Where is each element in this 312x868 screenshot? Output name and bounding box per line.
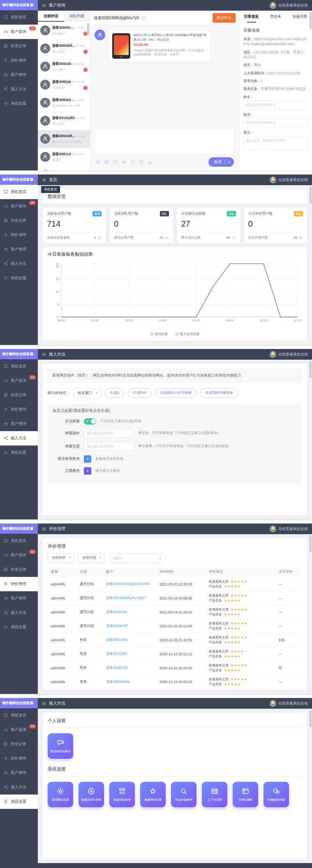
list-item[interactable]: 游客6082a6昨天 18:49 有bug吗?2	[38, 76, 90, 94]
send-button[interactable]: 发送 ∧	[208, 157, 234, 167]
tab-quick-replies[interactable]: 快捷回复	[288, 11, 312, 23]
sidebar-item-customers[interactable]: 客户管理	[0, 417, 38, 431]
tab-visitor-info[interactable]: 访客信息	[239, 11, 263, 23]
list-item[interactable]: 游客6081c4昨天 02:51 在哪里	[38, 148, 90, 166]
sidebar-item-access[interactable]: 接入方法	[0, 606, 38, 620]
user-box[interactable]: 在线客服系统在线	[270, 700, 308, 707]
theme-color-picker[interactable]: ∨	[84, 467, 91, 475]
sidebar-item-settings[interactable]: 系统设置	[0, 795, 38, 809]
list-item[interactable]: 游客6083def...4小时前 有bug吗?2	[38, 40, 90, 58]
sidebar-item-reviews[interactable]: 评价管理	[0, 577, 38, 591]
customer-link[interactable]: 游客601bf1bc	[106, 610, 159, 615]
sidebar-item-home[interactable]: 系统首页	[0, 359, 38, 374]
sidebar-item-history[interactable]: 历史记录	[0, 388, 38, 402]
list-item[interactable]: 游客6081c3昨天 02:51 有bug吗?	[38, 166, 90, 170]
list-item[interactable]: 游客608249f...4小时前 图片[MIUI/小米 小米...	[38, 130, 90, 148]
sidebar-item-history[interactable]: 历史记录	[0, 737, 38, 751]
sidebar-item-consult[interactable]: 客户咨询 14	[0, 723, 38, 737]
user-box[interactable]: 在线客服系统在线	[270, 177, 308, 183]
list-item[interactable]: 游客6082ab昨天 18:13 有bug吗?1	[38, 58, 90, 76]
settings-tile[interactable]: 客服微信对接	[263, 782, 289, 807]
menu-icon[interactable]	[42, 527, 46, 531]
user-box[interactable]: 在线客服系统在线	[270, 351, 308, 358]
customer-link[interactable]: 游客600ac0ef	[106, 624, 159, 629]
list-item[interactable]: 游客6013a2824小时前 有bug吗?	[38, 112, 90, 130]
send-file-icon[interactable]	[121, 159, 127, 165]
sidebar-item-history[interactable]: 历史记录	[0, 563, 38, 577]
tab-queue[interactable]: 排队列表	[64, 11, 90, 22]
generate-button[interactable]: 生成微信公众号链接	[155, 388, 196, 398]
generate-button[interactable]: 生成html	[128, 388, 151, 398]
sidebar-item-home[interactable]: 系统首页	[0, 708, 38, 723]
sidebar-item-settings[interactable]: 系统设置	[0, 96, 38, 111]
scrollbar-thumb[interactable]	[310, 535, 312, 553]
sidebar-item-customers[interactable]: 客户管理	[0, 68, 38, 82]
settings-tile[interactable]: 常见问题管理	[171, 782, 196, 807]
customer-link[interactable]: 游客5fd584ebe	[106, 680, 159, 684]
sidebar-item-consult[interactable]: 客户咨询 14	[0, 374, 38, 388]
sidebar-item-home[interactable]: 系统首页	[0, 185, 38, 199]
history-icon[interactable]	[139, 159, 144, 165]
scrollbar-thumb[interactable]	[310, 186, 312, 204]
generate-button[interactable]: 生成js	[105, 388, 124, 398]
transfer-icon[interactable]	[130, 159, 135, 165]
sidebar-item-history[interactable]: 历史记录	[0, 214, 38, 228]
sidebar-item-reviews[interactable]: 评价管理	[0, 53, 38, 68]
legend-item[interactable]: 接入会话总量	[176, 332, 200, 336]
sidebar-item-reviews[interactable]: 评价管理	[0, 402, 38, 417]
popup-toggle[interactable]: 开	[84, 418, 96, 425]
visitor-note-field[interactable]	[243, 136, 308, 150]
sidebar-item-customers[interactable]: 客户管理	[0, 591, 38, 606]
popup-width-field[interactable]	[84, 442, 134, 451]
list-item[interactable]: 游客60840c...1小时前 有bug吗?3	[38, 22, 90, 40]
stats-icon[interactable]	[147, 159, 153, 165]
settings-tile[interactable]: 首次对话问候语	[48, 733, 73, 759]
menu-icon[interactable]	[42, 178, 46, 182]
settings-tile[interactable]: 客服分组管理	[109, 782, 135, 807]
sidebar-item-reviews[interactable]: 评价管理	[0, 751, 38, 766]
legend-item[interactable]: 会话总量	[150, 332, 168, 336]
restart-chat-button[interactable]: 重启对话	[213, 13, 236, 23]
group-filter-select[interactable]: 全部分组	[78, 553, 105, 563]
sidebar-item-home[interactable]: 系统首页	[0, 534, 38, 548]
sidebar-item-consult[interactable]: 客户咨询 20	[0, 199, 38, 214]
product-card-message[interactable]: MIUI/小米 小米手机4 小米4代 MI4智能4G手机包邮 黑色 D-LTE（…	[109, 30, 211, 62]
sidebar-item-settings[interactable]: 系统设置	[0, 445, 38, 460]
customer-link[interactable]: 游客60560464o9j5m8s44s6	[106, 582, 159, 587]
visitor-phone-field[interactable]	[243, 118, 308, 127]
line-chart[interactable]: 051015202108:0010:0012:0014:0016:0018:00…	[48, 259, 302, 331]
scrollbar-thumb[interactable]	[310, 12, 312, 29]
image-icon[interactable]	[104, 159, 109, 165]
emoji-icon[interactable]	[95, 159, 101, 165]
customer-link[interactable]: 游客5fe335f5	[106, 652, 159, 657]
sidebar-item-settings[interactable]: 系统设置	[0, 271, 38, 285]
search-icon[interactable]	[158, 556, 162, 560]
menu-icon[interactable]	[42, 3, 46, 8]
rating-filter-select[interactable]: 全部评价	[48, 553, 74, 563]
sidebar-item-customers[interactable]: 客户管理	[0, 242, 38, 257]
customer-link[interactable]: 游客5fe20165	[106, 666, 159, 671]
message-input[interactable]	[95, 129, 235, 155]
settings-tile[interactable]: 客服添加与管理	[79, 782, 104, 807]
file-icon[interactable]	[113, 159, 118, 165]
settings-tile[interactable]: TAB栏编辑	[233, 782, 258, 807]
chat-style-select[interactable]: 标准窗口	[74, 388, 101, 398]
sidebar-item-access[interactable]: 接入方法	[0, 780, 38, 795]
generate-button[interactable]: 生成我的专属链接	[200, 388, 238, 398]
sidebar-item-history[interactable]: 历史记录	[0, 39, 38, 53]
customer-link[interactable]: 游客5fe6ee0e	[106, 638, 159, 643]
add-tag-icon[interactable]	[141, 16, 146, 21]
sidebar-item-consult[interactable]: 客户咨询 14	[0, 25, 38, 39]
sidebar-item-access[interactable]: 接入方法	[0, 257, 38, 271]
tab-current-chats[interactable]: 当前对话	[38, 11, 64, 22]
settings-tile[interactable]: 通用基础设置	[48, 782, 73, 807]
scrollbar-thumb[interactable]	[310, 710, 312, 727]
sidebar-item-home[interactable]: 系统首页	[0, 10, 38, 25]
chevron-up-icon[interactable]: ∧	[228, 161, 230, 164]
settings-tile[interactable]: 客服评价设置	[140, 782, 166, 807]
visitor-name-field[interactable]	[243, 101, 308, 109]
sidebar-item-customers[interactable]: 客户管理	[0, 766, 38, 780]
customer-link[interactable]: 游客60549fadf6p4yx3jq07	[106, 596, 159, 601]
tab-blacklist[interactable]: 黑名单	[263, 11, 288, 23]
scrollbar-thumb[interactable]	[87, 23, 89, 35]
